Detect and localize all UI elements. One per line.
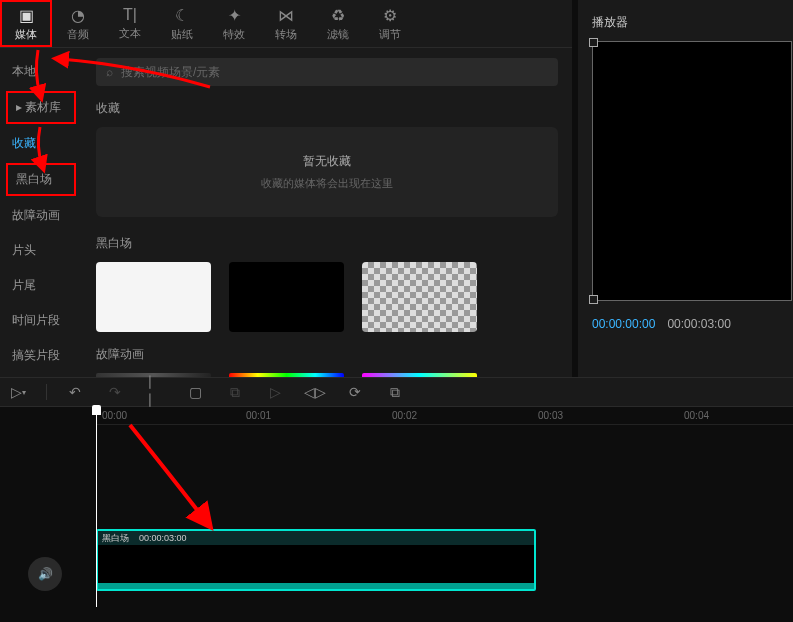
sidebar: 本地 ▸ 素材库 收藏 黑白场 故障动画 片头 片尾 时间片段 搞笑片段 bbox=[0, 48, 82, 377]
ruler-tick: 00:04 bbox=[684, 410, 709, 421]
section-favorites-title: 收藏 bbox=[96, 100, 558, 117]
player-title: 播放器 bbox=[578, 0, 793, 41]
sidebar-item-bw[interactable]: 黑白场 bbox=[6, 163, 76, 196]
ruler-tick: 00:02 bbox=[392, 410, 417, 421]
search-input[interactable] bbox=[121, 65, 548, 79]
clip-footer bbox=[98, 583, 534, 589]
ruler-tick: 00:01 bbox=[246, 410, 271, 421]
time-total: 00:00:03:00 bbox=[667, 317, 730, 331]
tab-effect[interactable]: ✦ 特效 bbox=[208, 0, 260, 47]
sidebar-item-local[interactable]: 本地 bbox=[0, 54, 82, 89]
thumb-white[interactable] bbox=[96, 262, 211, 332]
transition-icon: ⋈ bbox=[278, 6, 294, 25]
favorites-empty: 暂无收藏 收藏的媒体将会出现在这里 bbox=[96, 127, 558, 217]
tab-media[interactable]: ▣ 媒体 bbox=[0, 0, 52, 47]
section-fault-title: 故障动画 bbox=[96, 346, 558, 363]
thumb-black[interactable] bbox=[229, 262, 344, 332]
sidebar-item-opening[interactable]: 片头 bbox=[0, 233, 82, 268]
copy-button[interactable]: ⧉ bbox=[223, 380, 247, 404]
timeline-ruler[interactable]: 00:00 00:01 00:02 00:03 00:04 bbox=[96, 407, 793, 425]
effect-icon: ✦ bbox=[228, 6, 241, 25]
tab-audio[interactable]: ◔ 音频 bbox=[52, 0, 104, 47]
mute-button[interactable]: 🔊 bbox=[28, 557, 62, 591]
sidebar-item-ending[interactable]: 片尾 bbox=[0, 268, 82, 303]
player-canvas[interactable] bbox=[592, 41, 792, 301]
delete-button[interactable]: ▢ bbox=[183, 380, 207, 404]
clip-name: 黑白场 bbox=[102, 532, 129, 545]
tab-adjust[interactable]: ⚙ 调节 bbox=[364, 0, 416, 47]
audio-icon: ◔ bbox=[71, 6, 85, 25]
player-times: 00:00:00:00 00:00:03:00 bbox=[592, 317, 779, 331]
speaker-icon: 🔊 bbox=[38, 567, 53, 581]
sidebar-item-library[interactable]: ▸ 素材库 bbox=[6, 91, 76, 124]
tab-text[interactable]: T| 文本 bbox=[104, 0, 156, 47]
filter-icon: ♻ bbox=[331, 6, 345, 25]
sidebar-item-funny[interactable]: 搞笑片段 bbox=[0, 338, 82, 373]
sidebar-item-timeclip[interactable]: 时间片段 bbox=[0, 303, 82, 338]
split-button[interactable]: 〡〡 bbox=[143, 380, 167, 404]
ruler-tick: 00:03 bbox=[538, 410, 563, 421]
media-icon: ▣ bbox=[19, 6, 34, 25]
thumb-transparent[interactable] bbox=[362, 262, 477, 332]
time-current: 00:00:00:00 bbox=[592, 317, 655, 331]
timeline-toolbar: ▷▾ ↶ ↷ 〡〡 ▢ ⧉ ▷ ◁▷ ⟳ ⧉ bbox=[0, 377, 793, 407]
tab-filter[interactable]: ♻ 滤镜 bbox=[312, 0, 364, 47]
redo-button[interactable]: ↷ bbox=[103, 380, 127, 404]
bw-thumbs bbox=[96, 262, 558, 332]
undo-button[interactable]: ↶ bbox=[63, 380, 87, 404]
timeline-area: ▷▾ ↶ ↷ 〡〡 ▢ ⧉ ▷ ◁▷ ⟳ ⧉ 00:00 00:01 00:02… bbox=[0, 377, 793, 622]
mirror-button[interactable]: ◁▷ bbox=[303, 380, 327, 404]
tab-sticker[interactable]: ☾ 贴纸 bbox=[156, 0, 208, 47]
text-icon: T| bbox=[123, 6, 137, 24]
playhead[interactable] bbox=[96, 407, 97, 607]
content-area: ⌕ 收藏 暂无收藏 收藏的媒体将会出现在这里 黑白场 故障动画 bbox=[82, 48, 572, 377]
crop-button[interactable]: ⧉ bbox=[383, 380, 407, 404]
tab-transition[interactable]: ⋈ 转场 bbox=[260, 0, 312, 47]
search-icon: ⌕ bbox=[106, 65, 113, 79]
ruler-tick: 00:00 bbox=[102, 410, 127, 421]
sticker-icon: ☾ bbox=[175, 6, 189, 25]
section-bw-title: 黑白场 bbox=[96, 235, 558, 252]
favorites-empty-title: 暂无收藏 bbox=[96, 153, 558, 170]
search-box[interactable]: ⌕ bbox=[96, 58, 558, 86]
clip-duration: 00:00:03:00 bbox=[139, 533, 187, 543]
player-panel: 播放器 00:00:00:00 00:00:03:00 bbox=[578, 0, 793, 377]
top-tabs: ▣ 媒体 ◔ 音频 T| 文本 ☾ 贴纸 ✦ 特效 ⋈ 转场 bbox=[0, 0, 572, 48]
timeline-clip[interactable]: 黑白场 00:00:03:00 bbox=[96, 529, 536, 591]
sidebar-item-fault[interactable]: 故障动画 bbox=[0, 198, 82, 233]
play-button[interactable]: ▷ bbox=[263, 380, 287, 404]
cursor-tool[interactable]: ▷▾ bbox=[6, 380, 30, 404]
favorites-empty-subtitle: 收藏的媒体将会出现在这里 bbox=[96, 176, 558, 191]
clip-header: 黑白场 00:00:03:00 bbox=[98, 531, 534, 545]
rotate-button[interactable]: ⟳ bbox=[343, 380, 367, 404]
sidebar-item-favorites[interactable]: 收藏 bbox=[0, 126, 82, 161]
adjust-icon: ⚙ bbox=[383, 6, 397, 25]
